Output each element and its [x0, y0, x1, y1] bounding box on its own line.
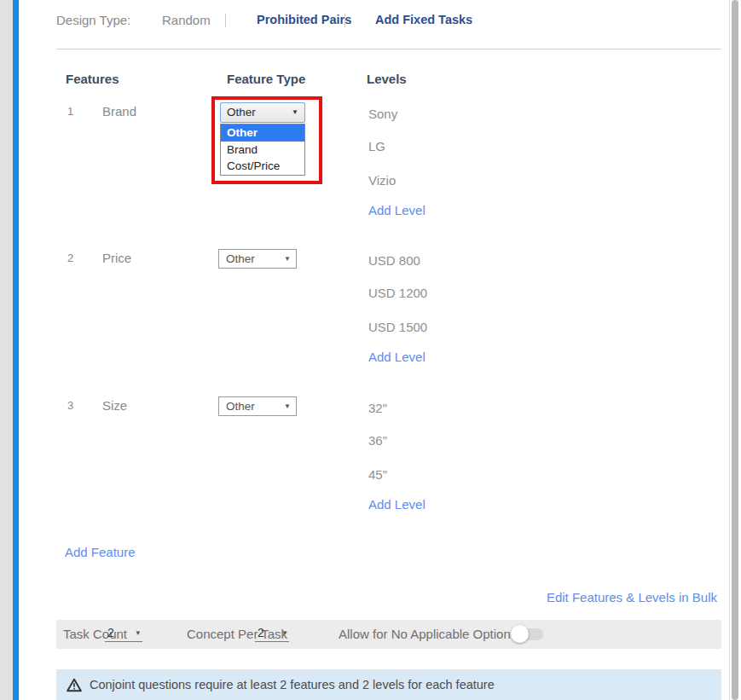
level-item[interactable]: Sony — [368, 107, 397, 121]
level-item[interactable]: 45" — [368, 467, 387, 482]
level-item[interactable]: USD 1200 — [368, 286, 427, 300]
feature-type-select[interactable]: Other ▼ — [218, 249, 297, 269]
no-applicable-option-label: Allow for No Applicable Option — [339, 620, 511, 649]
dropdown-option-other[interactable]: Other — [221, 124, 304, 142]
feature-row-price: 2 Price Other ▼ USD 800 USD 1200 USD 150… — [0, 249, 729, 394]
feature-name[interactable]: Size — [102, 398, 127, 413]
dropdown-option-brand[interactable]: Brand — [221, 142, 304, 159]
level-item[interactable]: USD 1500 — [368, 320, 427, 334]
task-settings-bar: Task Count 2 ▾ Concept Per Task 2 ▾ Allo… — [56, 620, 721, 649]
level-item[interactable]: 32" — [368, 401, 387, 415]
level-item[interactable]: Vizio — [368, 173, 396, 188]
notice-text: Conjoint questions require at least 2 fe… — [90, 678, 495, 691]
level-item[interactable]: LG — [368, 139, 385, 153]
dropdown-arrow-icon: ▼ — [284, 250, 291, 268]
select-value: Other — [227, 106, 256, 119]
level-item[interactable]: 36" — [368, 433, 387, 448]
no-applicable-option-toggle[interactable] — [512, 628, 543, 640]
feature-row-brand: 1 Brand Other ▼ Other Brand Cost/Price S… — [0, 102, 729, 247]
concept-per-task-value: 2 — [258, 626, 264, 639]
feature-number: 2 — [67, 252, 73, 264]
select-value: Other — [226, 252, 255, 265]
level-item[interactable]: USD 800 — [368, 253, 420, 268]
divider — [56, 49, 721, 49]
feature-row-size: 3 Size Other ▼ 32" 36" 45" Add Level — [0, 396, 729, 541]
feature-number: 3 — [67, 399, 73, 412]
nav-separator — [344, 14, 345, 27]
concept-per-task-select[interactable]: 2 ▾ — [255, 624, 289, 642]
feature-type-select[interactable]: Other ▼ — [220, 102, 305, 123]
feature-type-select[interactable]: Other ▼ — [218, 396, 297, 416]
select-value: Other — [226, 400, 255, 413]
dropdown-option-cost-price[interactable]: Cost/Price — [221, 158, 304, 175]
nav-separator — [225, 14, 226, 27]
add-level-link[interactable]: Add Level — [368, 497, 425, 512]
feature-type-option-list: Other Brand Cost/Price — [220, 124, 305, 176]
feature-name[interactable]: Brand — [102, 104, 136, 119]
caret-down-icon: ▾ — [282, 628, 287, 637]
task-count-select[interactable]: 2 ▾ — [105, 624, 142, 642]
add-level-link[interactable]: Add Level — [368, 350, 425, 364]
scrollbar-thumb[interactable] — [732, 0, 738, 700]
column-header-features: Features — [66, 72, 119, 86]
caret-down-icon: ▾ — [136, 628, 140, 637]
column-header-feature-type: Feature Type — [227, 72, 305, 86]
feature-number: 1 — [67, 105, 73, 118]
design-type-option-add-fixed-tasks[interactable]: Add Fixed Tasks — [375, 13, 472, 26]
column-header-levels: Levels — [367, 72, 407, 86]
edit-features-levels-bulk-link[interactable]: Edit Features & Levels in Bulk — [547, 590, 717, 605]
dropdown-arrow-icon: ▼ — [292, 103, 298, 122]
content-right-border — [729, 0, 730, 700]
design-type-label: Design Type: — [56, 13, 130, 27]
task-count-value: 2 — [107, 626, 114, 639]
add-level-link[interactable]: Add Level — [368, 203, 425, 217]
toggle-knob — [511, 625, 529, 643]
design-type-option-prohibited-pairs[interactable]: Prohibited Pairs — [257, 13, 351, 26]
conjoint-requirement-notice: Conjoint questions require at least 2 fe… — [56, 669, 721, 700]
feature-name[interactable]: Price — [102, 251, 131, 265]
design-type-option-random[interactable]: Random — [162, 13, 211, 27]
warning-icon — [67, 678, 82, 692]
dropdown-arrow-icon: ▼ — [284, 397, 291, 415]
add-feature-link[interactable]: Add Feature — [65, 545, 136, 559]
